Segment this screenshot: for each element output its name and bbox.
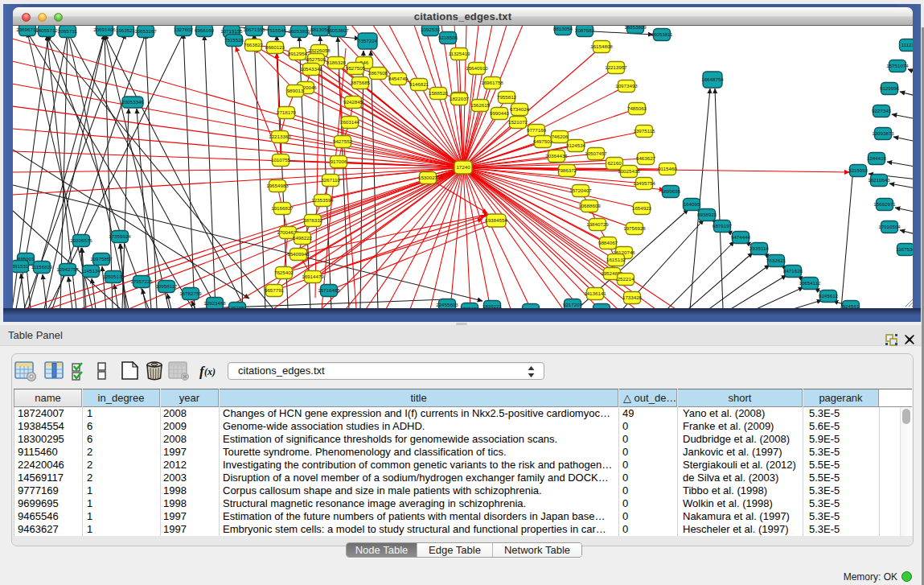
svg-text:19384554: 19384554 (485, 217, 507, 223)
svg-text:10958117: 10958117 (155, 283, 178, 289)
svg-text:1292351: 1292351 (228, 305, 248, 308)
svg-text:9777169: 9777169 (527, 127, 547, 133)
svg-text:10654112: 10654112 (799, 280, 821, 286)
svg-text:10025438: 10025438 (618, 168, 640, 174)
svg-text:17240: 17240 (456, 164, 470, 170)
svg-text:6734024: 6734024 (510, 106, 530, 112)
svg-text:14055712: 14055712 (35, 27, 58, 33)
svg-text:7632621: 7632621 (766, 257, 786, 263)
svg-text:9990443: 9990443 (490, 110, 510, 116)
svg-text:16053809: 16053809 (624, 26, 647, 30)
svg-text:10653267: 10653267 (134, 28, 157, 34)
svg-text:16648754: 16648754 (701, 76, 724, 82)
svg-text:9217207: 9217207 (563, 302, 583, 307)
svg-text:10228452: 10228452 (519, 307, 542, 308)
svg-text:9115460: 9115460 (658, 166, 677, 171)
svg-text:6879197: 6879197 (713, 223, 733, 229)
svg-text:9242845: 9242845 (343, 99, 363, 105)
svg-text:7515526: 7515526 (224, 37, 244, 43)
svg-text:10507457: 10507457 (585, 150, 607, 156)
svg-text:1615132: 1615132 (606, 257, 626, 262)
svg-text:10543342: 10543342 (300, 66, 322, 72)
svg-text:16961758: 16961758 (481, 80, 503, 85)
svg-text:9427552: 9427552 (333, 138, 353, 144)
svg-text:10975857: 10975857 (90, 256, 113, 262)
svg-text:17957225: 17957225 (130, 278, 153, 284)
svg-text:1588520: 1588520 (429, 90, 449, 96)
svg-text:7357224: 7357224 (358, 38, 378, 43)
svg-text:19166827: 19166827 (271, 205, 294, 211)
svg-text:15716485: 15716485 (318, 287, 340, 293)
svg-text:9527505: 9527505 (346, 65, 366, 71)
svg-text:3267110: 3267110 (321, 177, 340, 183)
svg-text:4735650: 4735650 (460, 306, 480, 308)
svg-text:10973493: 10973493 (615, 83, 638, 89)
svg-text:16053811: 16053811 (651, 31, 673, 37)
svg-text:3124534: 3124534 (566, 142, 586, 148)
svg-text:9657791: 9657791 (265, 287, 285, 293)
svg-text:19654983: 19654983 (266, 183, 289, 188)
svg-text:3215953: 3215953 (848, 167, 869, 173)
svg-text:20206576: 20206576 (70, 237, 92, 243)
svg-text:1092533: 1092533 (421, 27, 441, 32)
svg-text:8813054: 8813054 (553, 26, 573, 31)
svg-text:9463627: 9463627 (636, 155, 656, 161)
svg-text:9146821: 9146821 (409, 81, 429, 87)
svg-text:9527500: 9527500 (306, 56, 326, 62)
svg-text:17359924: 17359924 (109, 233, 131, 239)
svg-text:12353594: 12353594 (311, 197, 334, 203)
svg-text:924561: 924561 (843, 303, 860, 308)
svg-text:391531: 391531 (13, 263, 29, 269)
svg-text:11123: 11123 (901, 42, 913, 47)
svg-text:2718170: 2718170 (277, 109, 297, 115)
svg-text:13840729: 13840729 (586, 221, 609, 227)
svg-text:1521072: 1521072 (508, 119, 528, 125)
svg-text:5498222: 5498222 (293, 235, 313, 241)
svg-text:22455603: 22455603 (436, 302, 458, 307)
svg-text:(x): (x) (204, 366, 216, 377)
svg-text:15409948: 15409948 (287, 251, 310, 257)
svg-text:16782759: 16782759 (179, 290, 202, 296)
svg-text:1733426: 1733426 (622, 295, 643, 300)
svg-text:11325419: 11325419 (448, 51, 470, 56)
svg-text:16053809: 16053809 (288, 28, 310, 34)
svg-text:1167534: 1167534 (896, 246, 913, 252)
svg-text:8471626: 8471626 (783, 268, 803, 274)
svg-text:7986372: 7986372 (557, 167, 577, 173)
svg-text:8912954: 8912954 (288, 51, 308, 56)
svg-text:9474444: 9474444 (731, 234, 751, 240)
svg-text:16154808: 16154808 (590, 43, 613, 49)
svg-text:15692971: 15692971 (873, 201, 896, 207)
svg-text:62160: 62160 (607, 160, 622, 166)
svg-text:2935114: 2935114 (749, 245, 769, 251)
svg-text:989013: 989013 (287, 88, 304, 93)
svg-text:9884067: 9884067 (598, 240, 618, 245)
svg-text:9227343: 9227343 (872, 108, 892, 113)
svg-text:1327602: 1327602 (174, 27, 194, 32)
svg-text:10719155: 10719155 (220, 28, 243, 34)
svg-text:20053346: 20053346 (121, 99, 144, 105)
svg-text:917006: 917006 (331, 159, 347, 164)
svg-text:15751074: 15751074 (886, 63, 909, 68)
svg-text:1244415: 1244415 (867, 155, 887, 161)
svg-text:2603144: 2603144 (340, 119, 360, 125)
svg-text:7485063: 7485063 (627, 105, 647, 111)
svg-text:1654923: 1654923 (632, 205, 652, 211)
svg-text:1530027: 1530027 (418, 175, 438, 180)
svg-text:20364436: 20364436 (545, 153, 568, 159)
svg-text:16914479: 16914479 (302, 274, 324, 279)
svg-text:13975115: 13975115 (633, 128, 655, 134)
svg-text:2065731: 2065731 (58, 28, 78, 34)
svg-text:12213363: 12213363 (269, 134, 291, 139)
svg-text:13495754: 13495754 (633, 180, 655, 186)
svg-text:12213957: 12213957 (605, 64, 627, 70)
svg-text:7515546: 7515546 (267, 27, 287, 33)
svg-text:746206: 746206 (552, 134, 569, 139)
svg-text:16053807: 16053807 (326, 27, 349, 33)
svg-text:2087682: 2087682 (575, 27, 595, 33)
svg-text:7955812: 7955812 (497, 94, 517, 100)
svg-text:8186328: 8186328 (326, 60, 347, 65)
svg-text:12505135: 12505135 (102, 274, 125, 279)
svg-text:3875685: 3875685 (351, 80, 371, 85)
svg-text:19756928: 19756928 (623, 225, 646, 231)
